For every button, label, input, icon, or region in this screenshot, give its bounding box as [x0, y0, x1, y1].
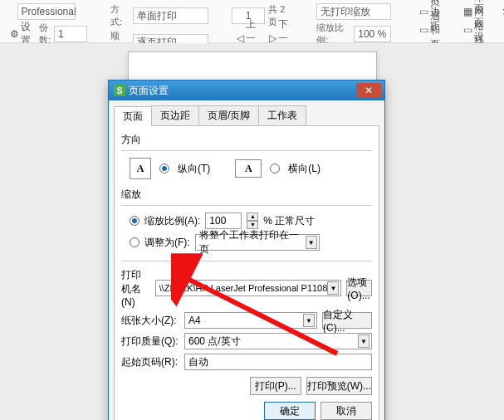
- toolbar: Professional ⚙设置 份数: 1 方式: 单面打印 顺序: 逐页打印…: [0, 0, 504, 43]
- chevron-down-icon: ▼: [306, 236, 317, 249]
- printer-name-label: 打印机名(N): [121, 268, 150, 308]
- custom-button[interactable]: 自定义(C)...: [322, 312, 372, 329]
- mode-label: 方式:: [110, 3, 130, 28]
- portrait-label: 纵向(T): [178, 162, 210, 176]
- app-icon: S: [114, 85, 125, 96]
- chevron-down-icon: ▼: [303, 314, 315, 327]
- adjust-radio[interactable]: [130, 237, 139, 247]
- copies-input[interactable]: 1: [54, 26, 87, 42]
- print-quality-combo[interactable]: 600 点/英寸▼: [184, 333, 372, 349]
- printer-name-combo[interactable]: \\ZLGLK\HP LaserJet Professional P1108▼: [155, 280, 342, 296]
- tab-page[interactable]: 页面: [114, 106, 152, 126]
- scale-spinner[interactable]: ▲▼: [247, 212, 258, 229]
- start-page-input[interactable]: 自动: [184, 354, 372, 370]
- orientation-group-label: 方向: [121, 133, 372, 147]
- scale-ratio-radio[interactable]: [130, 216, 139, 226]
- split-button[interactable]: 分: [497, 3, 504, 17]
- scale-group-label: 缩放: [121, 188, 372, 202]
- landscape-label: 横向(L): [288, 162, 321, 176]
- settings-button[interactable]: ⚙设置: [5, 26, 36, 42]
- dialog-titlebar: S页面设置 ✕: [109, 81, 384, 100]
- print-preview-button[interactable]: 打印预览(W)...: [306, 377, 372, 395]
- tab-margins[interactable]: 页边距: [151, 105, 199, 125]
- tab-header-footer[interactable]: 页眉/页脚: [198, 105, 259, 125]
- chevron-down-icon: ▼: [358, 335, 369, 348]
- duplex-select[interactable]: 单面打印: [133, 7, 208, 24]
- landscape-icon: A: [235, 159, 262, 178]
- paper-size-label: 纸张大小(Z):: [121, 314, 179, 328]
- page-setup-button[interactable]: ▭ 页面设置: [458, 22, 489, 38]
- chevron-down-icon: ▼: [327, 281, 339, 295]
- close-icon[interactable]: ✕: [356, 83, 381, 98]
- portrait-icon: A: [130, 158, 151, 179]
- options-button[interactable]: 选项(O)...: [346, 280, 372, 296]
- scale-suffix: % 正常尺寸: [263, 214, 315, 228]
- scale-ratio-text: 缩放比例(A):: [144, 214, 200, 228]
- dialog-tabs: 页面 页边距 页眉/页脚 工作表: [109, 100, 384, 125]
- start-page-label: 起始页码(R):: [121, 355, 179, 369]
- adjust-combo[interactable]: 将整个工作表打印在一页▼: [195, 234, 320, 251]
- header-footer-button[interactable]: ▭ 页眉和页脚: [414, 22, 445, 38]
- tab-sheet[interactable]: 工作表: [258, 105, 306, 125]
- paper-size-combo[interactable]: A4▼: [184, 312, 317, 329]
- cancel-button[interactable]: 取消: [321, 402, 372, 420]
- dialog-title: 页面设置: [129, 85, 169, 96]
- print-button[interactable]: 打印(P)...: [250, 377, 301, 395]
- scale-value-input[interactable]: 100: [205, 212, 242, 229]
- scale-ratio-input[interactable]: 100 %: [354, 26, 391, 42]
- printer-select[interactable]: Professional: [17, 3, 76, 20]
- dialog-panel: 方向 A 纵向(T) A 横向(L) 缩放 缩放比例(A): 100 ▲▼ % …: [114, 125, 379, 420]
- landscape-radio[interactable]: [270, 164, 280, 173]
- print-quality-label: 打印质量(Q):: [121, 335, 179, 349]
- ok-button[interactable]: 确定: [264, 402, 316, 420]
- adjust-label: 调整为(F):: [144, 236, 190, 250]
- page-setup-dialog: S页面设置 ✕ 页面 页边距 页眉/页脚 工作表 方向 A 纵向(T) A 横向…: [108, 80, 385, 420]
- portrait-radio[interactable]: [159, 164, 169, 173]
- scale-mode-select[interactable]: 无打印缩放: [316, 3, 391, 20]
